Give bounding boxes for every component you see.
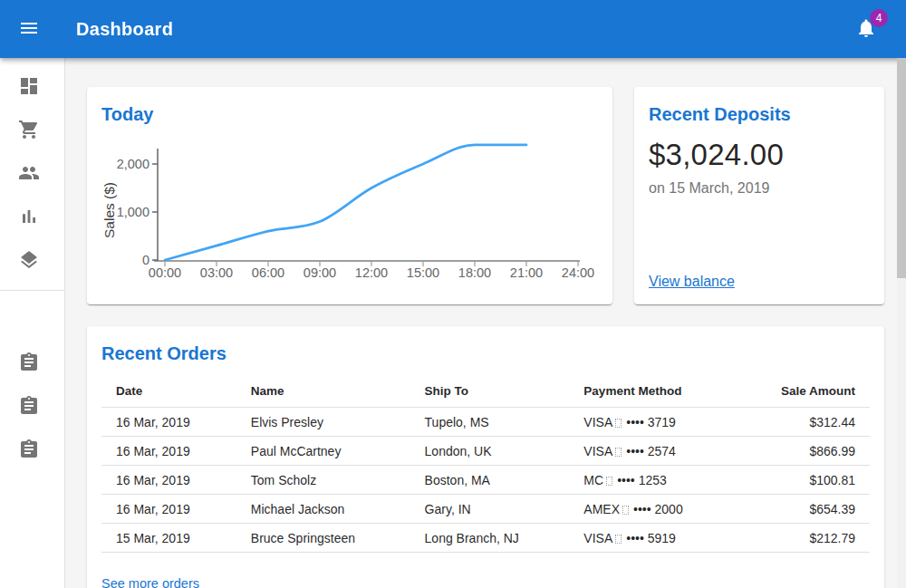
sidebar-item-saved-report-3[interactable] [0,429,64,472]
sales-line-chart: Sales ($)01,0002,00000:0003:0006:0009:00… [101,140,598,283]
order-date: 16 Mar, 2019 [101,408,236,437]
payment-masked-number: •••• 2000 [633,502,683,516]
payment-masked-number: •••• 5919 [626,531,676,545]
order-name: Paul McCartney [236,437,410,466]
x-tick-label: 15:00 [407,265,439,280]
main-content: Today Sales ($)01,0002,00000:0003:0006:0… [65,58,906,588]
deposits-card-title: Recent Deposits [649,101,870,127]
order-ship-to: Gary, IN [410,495,570,524]
shopping-cart-icon [18,119,40,143]
table-header-row: Date Name Ship To Payment Method Sale Am… [101,375,870,408]
column-header-ship-to: Ship To [410,375,570,408]
missing-glyph-icon [606,477,612,486]
payment-masked-number: •••• 2574 [626,444,676,458]
layers-icon [18,249,40,274]
column-header-amount: Sale Amount [766,375,870,408]
sidebar [0,58,65,588]
y-tick-label: 2,000 [117,157,149,171]
recent-deposits-card: Recent Deposits $3,024.00 on 15 March, 2… [634,87,884,304]
payment-brand: AMEX [583,502,620,516]
table-row: 16 Mar, 2019Elvis PresleyTupelo, MSVISA•… [101,408,870,437]
order-payment: AMEX•••• 2000 [569,495,766,524]
sidebar-item-integrations[interactable] [0,239,64,283]
order-name: Bruce Springsteen [236,524,410,553]
view-balance-link[interactable]: View balance [649,274,870,290]
payment-masked-number: •••• 1253 [617,473,667,487]
table-row: 15 Mar, 2019Bruce SpringsteenLong Branch… [101,524,870,553]
x-tick-label: 21:00 [510,265,543,280]
scrollbar-thumb[interactable] [897,58,906,278]
order-ship-to: London, UK [410,437,570,466]
missing-glyph-icon [615,448,622,457]
app-bar: Dashboard 4 [0,0,906,58]
sales-line-series [165,145,526,260]
sidebar-item-dashboard[interactable] [0,65,64,109]
order-amount: $312.44 [766,408,870,437]
order-ship-to: Tupelo, MS [410,408,570,437]
column-header-name: Name [236,375,410,408]
x-tick-label: 12:00 [355,265,388,280]
people-icon [18,162,40,187]
sidebar-divider [0,290,64,291]
payment-brand: VISA [583,531,612,545]
payment-brand: VISA [583,415,612,429]
x-tick-label: 24:00 [562,265,594,280]
hamburger-icon [18,17,40,42]
order-payment: VISA•••• 3719 [569,408,766,437]
see-more-orders-link[interactable]: See more orders [101,576,199,588]
order-date: 16 Mar, 2019 [101,437,236,466]
sidebar-item-saved-report-2[interactable] [0,385,64,429]
sidebar-item-reports[interactable] [0,196,64,239]
scrollbar[interactable] [897,58,906,588]
notifications-badge: 4 [870,9,888,27]
column-header-payment: Payment Method [569,375,766,408]
order-amount: $212.79 [766,524,870,553]
sidebar-item-customers[interactable] [0,152,64,196]
missing-glyph-icon [615,535,622,544]
order-ship-to: Long Branch, NJ [410,524,570,553]
order-name: Elvis Presley [236,408,410,437]
order-ship-to: Boston, MA [410,466,570,495]
order-name: Michael Jackson [236,495,410,524]
sidebar-subheader-space [0,298,64,342]
page-title: Dashboard [76,19,844,40]
x-tick-label: 09:00 [304,265,336,280]
recent-orders-card: Recent Orders Date Name Ship To Payment … [87,326,884,588]
payment-masked-number: •••• 3719 [626,415,676,429]
dashboard-icon [18,75,40,100]
assignment-icon [18,395,40,419]
order-payment: MC•••• 1253 [569,466,766,495]
order-date: 16 Mar, 2019 [101,466,236,495]
order-amount: $654.39 [766,495,870,524]
order-payment: VISA•••• 2574 [569,437,766,466]
payment-brand: MC [583,473,603,487]
x-tick-label: 03:00 [200,265,233,280]
table-row: 16 Mar, 2019Tom ScholzBoston, MAMC•••• 1… [101,466,870,495]
deposit-amount: $3,024.00 [649,138,870,172]
orders-card-title: Recent Orders [101,341,870,366]
order-date: 16 Mar, 2019 [101,495,236,524]
sidebar-item-saved-report-1[interactable] [0,342,64,385]
order-amount: $866.99 [766,437,870,466]
notifications-button[interactable]: 4 [844,7,888,51]
table-row: 16 Mar, 2019Michael JacksonGary, INAMEX•… [101,495,870,524]
assignment-icon [18,352,40,376]
table-row: 16 Mar, 2019Paul McCartneyLondon, UKVISA… [101,437,870,466]
order-payment: VISA•••• 5919 [569,524,766,553]
order-amount: $100.81 [766,466,870,495]
menu-button[interactable] [7,7,51,51]
deposit-date: on 15 March, 2019 [649,180,870,197]
today-card: Today Sales ($)01,0002,00000:0003:0006:0… [87,87,612,304]
payment-brand: VISA [583,444,612,458]
sidebar-item-orders[interactable] [0,109,64,152]
x-tick-label: 00:00 [149,265,181,280]
orders-table: Date Name Ship To Payment Method Sale Am… [101,375,870,553]
missing-glyph-icon [622,506,629,515]
missing-glyph-icon [615,419,622,428]
sidebar-secondary-nav [0,342,64,472]
order-date: 15 Mar, 2019 [101,524,236,553]
column-header-date: Date [101,375,236,408]
x-tick-label: 18:00 [458,265,491,280]
x-tick-label: 06:00 [252,265,284,280]
today-card-title: Today [101,101,598,127]
